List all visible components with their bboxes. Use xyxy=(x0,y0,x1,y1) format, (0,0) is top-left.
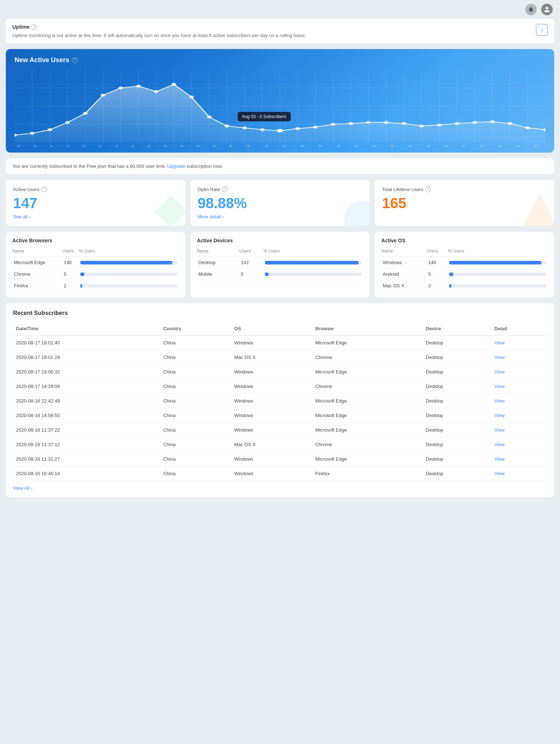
user-avatar[interactable] xyxy=(541,4,553,15)
lifetime-bg-shape xyxy=(521,193,554,226)
active-users-card: Active Users ? 147 See all › xyxy=(6,180,185,226)
subscriber-view-link[interactable]: View xyxy=(492,365,547,379)
svg-point-42 xyxy=(189,96,194,98)
os-pct xyxy=(448,268,548,280)
os-col-users: Users xyxy=(427,248,448,257)
subscriber-device: Desktop xyxy=(423,335,492,350)
svg-point-43 xyxy=(207,116,211,118)
browser-pct xyxy=(79,257,179,268)
subscriber-browser: Chrome xyxy=(312,350,423,365)
subscriber-country: China xyxy=(160,365,231,379)
subscriber-view-link[interactable]: View xyxy=(492,423,547,437)
col-os: OS xyxy=(231,322,312,335)
subscriber-view-link[interactable]: View xyxy=(492,437,547,452)
optin-rate-link[interactable]: More detail › xyxy=(198,214,224,219)
subscriber-browser: Microsoft Edge xyxy=(312,408,423,423)
os-name: Windows xyxy=(381,257,427,268)
active-devices-card: Active Devices Name Users % Users Deskto… xyxy=(190,232,370,298)
subscriber-datetime: 2020-08-15 16:45:14 xyxy=(13,466,160,481)
subscriber-device: Desktop xyxy=(423,394,492,408)
list-item: 2020-08-16 22:42:49 China Windows Micros… xyxy=(13,394,547,408)
os-pct xyxy=(448,280,548,292)
browsers-col-users: Users xyxy=(63,248,79,257)
active-browsers-title: Active Browsers xyxy=(12,238,179,243)
active-users-help-icon[interactable]: ? xyxy=(41,186,47,192)
chart-help-icon[interactable]: ? xyxy=(72,57,78,63)
total-lifetime-help-icon[interactable]: ? xyxy=(425,186,431,192)
uptime-info-button[interactable]: i xyxy=(536,24,548,36)
subscriber-country: China xyxy=(160,466,231,481)
subscriber-browser: Chrome xyxy=(312,437,423,452)
svg-point-57 xyxy=(455,122,459,125)
uptime-info-text: Uptime monitoring is not active at this … xyxy=(12,33,306,38)
subscriber-device: Desktop xyxy=(423,437,492,452)
svg-point-64 xyxy=(344,201,370,226)
subscriber-os: Windows xyxy=(231,365,312,379)
subscriber-view-link[interactable]: View xyxy=(492,466,547,481)
browser-pct xyxy=(79,280,179,292)
device-pct xyxy=(263,257,363,268)
col-detail: Detail xyxy=(492,322,547,335)
list-item: 2020-08-16 11:31:27 China Windows Micros… xyxy=(13,452,547,466)
uptime-help-icon[interactable]: ? xyxy=(31,24,37,30)
subscriber-datetime: 2020-08-17 14:28:04 xyxy=(13,379,160,394)
subscriber-view-link[interactable]: View xyxy=(492,408,547,423)
list-item: 2020-08-16 14:58:55 China Windows Micros… xyxy=(13,408,547,423)
subscriber-view-link[interactable]: View xyxy=(492,335,547,350)
col-datetime: Date/Time xyxy=(13,322,160,335)
chart-card: New Active Users ? xyxy=(6,49,554,153)
subscriber-country: China xyxy=(160,437,231,452)
subscriber-country: China xyxy=(160,394,231,408)
subscriber-os: Windows xyxy=(231,394,312,408)
os-col-name: Name xyxy=(381,248,427,257)
active-users-link[interactable]: See all › xyxy=(13,214,31,219)
active-browsers-card: Active Browsers Name Users % Users Micro… xyxy=(6,232,185,298)
svg-point-54 xyxy=(402,122,406,125)
upgrade-link[interactable]: Upgrade xyxy=(167,163,186,169)
table-row: Mac OS X 2 xyxy=(381,280,548,292)
optin-rate-help-icon[interactable]: ? xyxy=(222,186,228,192)
col-device: Device xyxy=(423,322,492,335)
subscriber-datetime: 2020-08-17 18:01:40 xyxy=(13,335,160,350)
list-item: 2020-08-16 11:37:22 China Windows Micros… xyxy=(13,423,547,437)
svg-point-58 xyxy=(472,121,477,124)
subscriber-os: Windows xyxy=(231,423,312,437)
recent-subscribers-table: Date/Time Country OS Browser Device Deta… xyxy=(13,322,547,481)
svg-point-39 xyxy=(136,85,141,88)
total-lifetime-title: Total Lifetime Users xyxy=(382,187,423,192)
device-users: 142 xyxy=(239,257,263,268)
table-row: Android 5 xyxy=(381,268,548,280)
chart-title-text: New Active Users xyxy=(15,56,69,64)
list-item: 2020-08-17 18:00:32 China Windows Micros… xyxy=(13,365,547,379)
svg-point-51 xyxy=(349,122,353,125)
subscriber-browser: Firefox xyxy=(312,466,423,481)
svg-point-50 xyxy=(331,123,335,126)
os-pct xyxy=(448,257,548,268)
subscriber-datetime: 2020-08-17 18:00:32 xyxy=(13,365,160,379)
svg-point-59 xyxy=(490,120,495,123)
subscriber-view-link[interactable]: View xyxy=(492,379,547,394)
recent-subscribers-card: Recent Subscribers Date/Time Country OS … xyxy=(6,303,554,497)
subscriber-os: Windows xyxy=(231,466,312,481)
view-all-link[interactable]: View All › xyxy=(13,485,32,491)
svg-point-53 xyxy=(384,121,388,124)
list-item: 2020-08-17 14:28:04 China Windows Chrome… xyxy=(13,379,547,394)
subscriber-os: Mac OS X xyxy=(231,350,312,365)
subscriber-device: Desktop xyxy=(423,365,492,379)
notification-bell[interactable] xyxy=(525,4,537,15)
chart-svg xyxy=(15,70,545,142)
subscriber-view-link[interactable]: View xyxy=(492,452,547,466)
svg-point-55 xyxy=(419,125,424,128)
subscriber-view-link[interactable]: View xyxy=(492,394,547,408)
svg-point-61 xyxy=(525,126,530,129)
device-pct xyxy=(263,268,363,280)
os-users: 140 xyxy=(427,257,448,268)
top-bar xyxy=(0,0,560,19)
devices-col-name: Name xyxy=(197,248,239,257)
svg-point-35 xyxy=(65,121,70,124)
svg-marker-63 xyxy=(154,195,185,226)
subscriber-view-link[interactable]: View xyxy=(492,350,547,365)
active-users-title: Active Users xyxy=(13,187,40,192)
device-name: Desktop xyxy=(197,257,239,268)
subscriber-browser: Microsoft Edge xyxy=(312,452,423,466)
